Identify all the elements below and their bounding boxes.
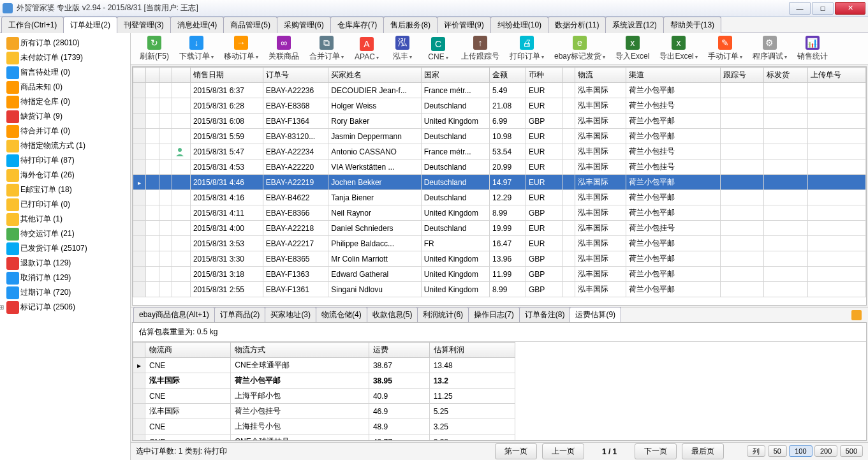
- grid-cell[interactable]: [764, 129, 807, 144]
- grid-cell[interactable]: [159, 114, 172, 129]
- sidebar-item[interactable]: 所有订单 (28010): [0, 36, 130, 50]
- grid-cell[interactable]: [562, 190, 575, 205]
- grid-cell[interactable]: DECOUDIER Jean-f...: [328, 83, 421, 98]
- grid-cell[interactable]: 泓丰国际: [575, 83, 626, 98]
- grid-cell[interactable]: [721, 129, 764, 144]
- grid-cell[interactable]: 21.08: [490, 98, 526, 114]
- grid-header[interactable]: 物流: [575, 68, 626, 83]
- grid-cell[interactable]: [172, 144, 190, 160]
- table-row[interactable]: 2015/8/31 3:18EBAY-F1363Edward GatheralU…: [133, 267, 866, 282]
- freight-cell[interactable]: 38.95: [369, 373, 429, 389]
- grid-cell[interactable]: 荷兰小包平邮: [626, 205, 721, 221]
- table-row[interactable]: 2015/8/31 3:53EBAY-A22217Philippe Baldac…: [133, 236, 866, 251]
- sidebar-item[interactable]: 待指定仓库 (0): [0, 94, 130, 109]
- table-row[interactable]: 2015/8/31 5:47EBAY-A22234Antonio CASSANO…: [133, 144, 866, 160]
- grid-cell[interactable]: 荷兰小包平邮: [626, 190, 721, 205]
- freight-cell[interactable]: 3.25: [429, 419, 515, 434]
- grid-cell[interactable]: [562, 98, 575, 114]
- grid-cell[interactable]: [562, 221, 575, 236]
- grid-cell[interactable]: 泓丰国际: [575, 144, 626, 160]
- grid-cell[interactable]: [764, 267, 807, 282]
- main-tab[interactable]: 帮助关于(13): [663, 17, 721, 33]
- grid-cell[interactable]: EBAY-A22218: [263, 221, 328, 236]
- grid-cell[interactable]: [133, 236, 146, 251]
- grid-cell[interactable]: 泓丰国际: [575, 190, 626, 205]
- grid-cell[interactable]: [172, 205, 190, 221]
- toolbar-button[interactable]: 🖨打印订单▾: [504, 34, 549, 64]
- grid-cell[interactable]: United Kingdom: [421, 205, 489, 221]
- freight-header[interactable]: 物流方式: [231, 343, 369, 358]
- grid-cell[interactable]: [764, 190, 807, 205]
- table-row[interactable]: 2015/8/31 4:11EBAY-E8366Neil RaynorUnite…: [133, 205, 866, 221]
- freight-cell[interactable]: 上海挂号小包: [231, 419, 369, 434]
- close-button[interactable]: ✕: [835, 2, 865, 15]
- grid-cell[interactable]: [562, 114, 575, 129]
- sidebar-item[interactable]: 海外仓订单 (26): [0, 168, 130, 182]
- grid-header[interactable]: 渠道: [626, 68, 721, 83]
- orders-grid-wrap[interactable]: 销售日期订单号买家姓名国家金额币种物流渠道跟踪号标发货上传单号2015/8/31…: [132, 66, 867, 306]
- freight-cell[interactable]: 荷兰小包挂号: [231, 404, 369, 419]
- sidebar-item[interactable]: 待打印订单 (87): [0, 153, 130, 168]
- grid-header[interactable]: 币种: [526, 68, 563, 83]
- grid-header[interactable]: [146, 68, 159, 83]
- freight-row[interactable]: ▸CNECNE全球通平邮38.6713.48: [133, 358, 515, 373]
- grid-cell[interactable]: [807, 144, 865, 160]
- freight-cell[interactable]: 泓丰国际: [145, 373, 231, 389]
- toolbar-button[interactable]: eebay标记发货▾: [549, 34, 610, 64]
- page-size-button[interactable]: 200: [814, 445, 837, 457]
- grid-cell[interactable]: 荷兰小包挂号: [626, 144, 721, 160]
- grid-cell[interactable]: 11.99: [490, 267, 526, 282]
- grid-cell[interactable]: EUR: [526, 221, 563, 236]
- grid-cell[interactable]: [133, 282, 146, 297]
- freight-cell[interactable]: 46.9: [369, 404, 429, 419]
- grid-cell[interactable]: 6.99: [490, 114, 526, 129]
- grid-cell[interactable]: 泓丰国际: [575, 175, 626, 190]
- toolbar-button[interactable]: ✎手动订单▾: [703, 34, 747, 64]
- grid-cell[interactable]: United Kingdom: [421, 282, 489, 297]
- grid-cell[interactable]: [133, 83, 146, 98]
- grid-cell[interactable]: EUR: [526, 83, 563, 98]
- grid-cell[interactable]: 2015/8/31 4:53: [190, 160, 263, 175]
- expand-icon[interactable]: ⊞: [0, 304, 6, 311]
- next-page-button[interactable]: 下一页: [635, 443, 677, 459]
- grid-cell[interactable]: [721, 190, 764, 205]
- grid-cell[interactable]: [133, 160, 146, 175]
- grid-cell[interactable]: [159, 267, 172, 282]
- grid-cell[interactable]: [764, 205, 807, 221]
- freight-cell[interactable]: 13.48: [429, 358, 515, 373]
- grid-cell[interactable]: 荷兰小包平邮: [626, 129, 721, 144]
- grid-cell[interactable]: [172, 221, 190, 236]
- main-tab[interactable]: 采购管理(6): [277, 17, 331, 33]
- grid-cell[interactable]: [807, 160, 865, 175]
- table-row[interactable]: 2015/8/31 3:30EBAY-E8365Mr Colin Marriot…: [133, 251, 866, 267]
- grid-cell[interactable]: [807, 129, 865, 144]
- grid-cell[interactable]: [172, 282, 190, 297]
- grid-cell[interactable]: 13.96: [490, 251, 526, 267]
- freight-cell[interactable]: 上海平邮小包: [231, 389, 369, 404]
- grid-cell[interactable]: Deutschland: [421, 221, 489, 236]
- grid-cell[interactable]: 12.29: [490, 190, 526, 205]
- grid-cell[interactable]: [721, 83, 764, 98]
- sidebar-item[interactable]: 留言待处理 (0): [0, 65, 130, 80]
- toolbar-button[interactable]: →移动订单▾: [219, 34, 263, 64]
- grid-cell[interactable]: [172, 160, 190, 175]
- grid-cell[interactable]: [146, 129, 159, 144]
- grid-cell[interactable]: [764, 160, 807, 175]
- grid-cell[interactable]: [172, 114, 190, 129]
- grid-header[interactable]: 上传单号: [807, 68, 865, 83]
- grid-cell[interactable]: [133, 267, 146, 282]
- grid-cell[interactable]: 2015/8/31 6:37: [190, 83, 263, 98]
- grid-cell[interactable]: [807, 114, 865, 129]
- grid-cell[interactable]: [159, 175, 172, 190]
- minimize-button[interactable]: —: [789, 2, 811, 15]
- freight-cell[interactable]: CNE: [145, 434, 231, 441]
- page-size-button[interactable]: 列: [747, 445, 765, 457]
- grid-cell[interactable]: 荷兰小包平邮: [626, 282, 721, 297]
- grid-cell[interactable]: Neil Raynor: [328, 205, 421, 221]
- grid-cell[interactable]: EBAY-F1364: [263, 114, 328, 129]
- grid-cell[interactable]: [764, 83, 807, 98]
- grid-cell[interactable]: 2015/8/31 2:55: [190, 282, 263, 297]
- detail-tab[interactable]: ebay商品信息(Alt+1): [133, 307, 215, 322]
- table-row[interactable]: 2015/8/31 4:16EBAY-B4622Tanja BienerDeut…: [133, 190, 866, 205]
- sidebar-item[interactable]: ⊞标记订单 (2506): [0, 300, 130, 315]
